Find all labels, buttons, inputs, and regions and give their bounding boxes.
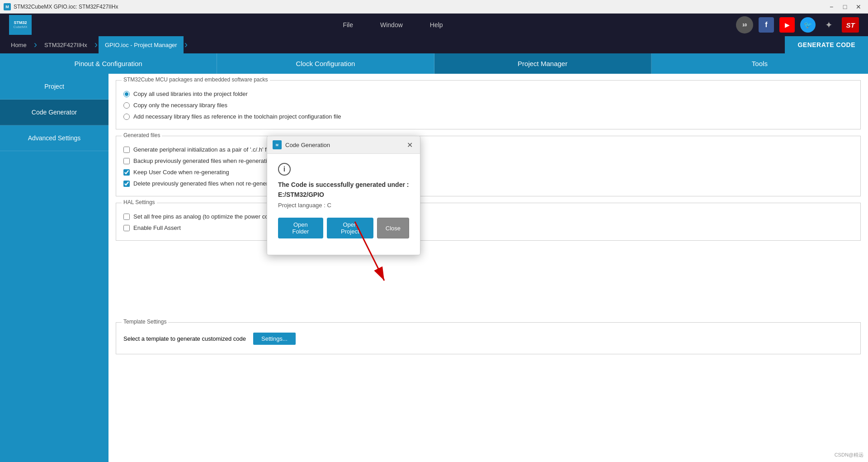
window-title: STM32CubeMX GPIO.ioc: STM32F427IIHx xyxy=(14,4,118,10)
maximize-button[interactable]: □ xyxy=(839,2,851,11)
modal-language: Project language : C xyxy=(278,202,409,209)
st-logo-icon[interactable]: ST xyxy=(842,17,859,33)
modal-footer: Open Folder Open Project Close xyxy=(278,216,409,246)
menu-bar: STM32 CubeMX File Window Help 10 f ▶ 🐦 ✦… xyxy=(0,14,868,36)
settings-button[interactable]: Settings... xyxy=(253,333,296,345)
breadcrumb-home[interactable]: Home xyxy=(5,36,33,53)
menu-file[interactable]: File xyxy=(329,14,367,36)
youtube-icon[interactable]: ▶ xyxy=(779,17,795,33)
checkbox-free-pins[interactable] xyxy=(123,214,130,220)
mcu-packages-title: STM32Cube MCU packages and embedded soft… xyxy=(122,76,270,83)
content-area: STM32Cube MCU packages and embedded soft… xyxy=(108,74,868,462)
hal-checkbox-item-1[interactable]: Set all free pins as analog (to optimize… xyxy=(123,213,853,220)
modal-logo: M xyxy=(273,140,282,149)
radio-item-2[interactable]: Copy only the necessary library files xyxy=(123,102,853,109)
radio-item-1[interactable]: Copy all used libraries into the project… xyxy=(123,90,853,97)
checkbox-delete-generated[interactable] xyxy=(123,181,130,187)
title-bar-controls: − □ ✕ xyxy=(826,2,864,11)
radio-copy-all[interactable] xyxy=(123,91,130,97)
template-settings-section: Template Settings Select a template to g… xyxy=(116,322,861,354)
checkbox-full-assert[interactable] xyxy=(123,225,130,231)
hal-checkbox-item-2[interactable]: Enable Full Assert xyxy=(123,224,853,231)
title-bar: M STM32CubeMX GPIO.ioc: STM32F427IIHx − … xyxy=(0,0,868,14)
template-row: Select a template to generate customized… xyxy=(123,333,853,345)
main-layout: Project Code Generator Advanced Settings… xyxy=(0,74,868,462)
breadcrumb-bar: Home › STM32F427IIHx › GPIO.ioc - Projec… xyxy=(0,36,868,53)
network-icon[interactable]: ✦ xyxy=(821,17,836,33)
sidebar-item-advanced-settings[interactable]: Advanced Settings xyxy=(0,125,108,151)
breadcrumb-sep-1: › xyxy=(34,39,37,51)
checkbox-peripheral[interactable] xyxy=(123,147,130,153)
close-button[interactable]: Close xyxy=(377,218,409,238)
title-bar-left: M STM32CubeMX GPIO.ioc: STM32F427IIHx xyxy=(4,3,118,10)
tab-pinout[interactable]: Pinout & Configuration xyxy=(0,53,217,74)
close-button[interactable]: ✕ xyxy=(853,2,864,11)
app-logo: STM32 CubeMX xyxy=(9,15,32,35)
menu-window[interactable]: Window xyxy=(367,14,416,36)
social-icons: 10 f ▶ 🐦 ✦ ST xyxy=(736,16,859,33)
hal-settings-section: HAL Settings Set all free pins as analog… xyxy=(116,203,861,241)
radio-label-1: Copy all used libraries into the project… xyxy=(133,90,248,97)
modal-message: The Code is successfully generated under… xyxy=(278,181,409,188)
generated-files-section: Generated files Generate peripheral init… xyxy=(116,136,861,196)
modal-path: E:/STM32/GPIO xyxy=(278,191,409,198)
radio-add-reference[interactable] xyxy=(123,114,130,120)
sidebar-item-project[interactable]: Project xyxy=(0,74,108,100)
generate-code-button[interactable]: GENERATE CODE xyxy=(785,36,868,53)
hal-settings-title: HAL Settings xyxy=(122,199,157,205)
code-generation-modal: M Code Generation ✕ i The Code is succes… xyxy=(267,136,420,255)
breadcrumb-sep-3: › xyxy=(184,39,188,51)
logo-area: STM32 CubeMX xyxy=(9,15,32,35)
checkbox-label-2: Backup previously generated files when r… xyxy=(133,157,270,164)
checkbox-label-3: Keep User Code when re-generating xyxy=(133,169,229,176)
radio-item-3[interactable]: Add necessary library files as reference… xyxy=(123,113,853,120)
breadcrumb-chip[interactable]: STM32F427IIHx xyxy=(38,36,94,53)
anniversary-icon: 10 xyxy=(736,16,753,33)
sidebar-item-code-generator[interactable]: Code Generator xyxy=(0,100,108,125)
minimize-button[interactable]: − xyxy=(826,2,837,11)
menu-help[interactable]: Help xyxy=(416,14,457,36)
generated-files-checkboxes: Generate peripheral initialization as a … xyxy=(123,146,853,187)
open-folder-button[interactable]: Open Folder xyxy=(278,218,323,238)
mcu-packages-section: STM32Cube MCU packages and embedded soft… xyxy=(116,80,861,129)
checkbox-item-3[interactable]: Keep User Code when re-generating xyxy=(123,169,853,176)
modal-close-button[interactable]: ✕ xyxy=(405,140,415,150)
checkbox-label-4: Delete previously generated files when n… xyxy=(133,180,271,187)
modal-header: M Code Generation ✕ xyxy=(267,136,420,154)
tab-project-manager[interactable]: Project Manager xyxy=(434,53,651,74)
checkbox-item-2[interactable]: Backup previously generated files when r… xyxy=(123,157,853,164)
breadcrumb-project[interactable]: GPIO.ioc - Project Manager xyxy=(99,36,184,53)
modal-title: Code Generation xyxy=(285,142,330,148)
checkbox-label-1: Generate peripheral initialization as a … xyxy=(133,146,268,153)
watermark: CSDN@精远 xyxy=(835,452,863,458)
radio-label-2: Copy only the necessary library files xyxy=(133,102,227,109)
breadcrumb-sep-2: › xyxy=(94,39,98,51)
info-icon: i xyxy=(278,163,291,176)
tab-clock[interactable]: Clock Configuration xyxy=(217,53,434,74)
radio-label-3: Add necessary library files as reference… xyxy=(133,113,341,120)
template-settings-title: Template Settings xyxy=(122,319,168,325)
checkbox-keep-user-code[interactable] xyxy=(123,169,130,176)
menu-items: File Window Help xyxy=(50,14,736,36)
tab-bar: Pinout & Configuration Clock Configurati… xyxy=(0,53,868,74)
sidebar: Project Code Generator Advanced Settings xyxy=(0,74,108,462)
app-icon: M xyxy=(4,3,11,10)
template-label: Select a template to generate customized… xyxy=(123,335,246,342)
checkbox-item-1[interactable]: Generate peripheral initialization as a … xyxy=(123,146,853,153)
modal-header-left: M Code Generation xyxy=(273,140,330,149)
open-project-button[interactable]: Open Project xyxy=(327,218,373,238)
checkbox-item-4[interactable]: Delete previously generated files when n… xyxy=(123,180,853,187)
hal-checkbox-label-2: Enable Full Assert xyxy=(133,224,181,231)
twitter-icon[interactable]: 🐦 xyxy=(800,17,816,33)
radio-copy-necessary[interactable] xyxy=(123,102,130,109)
checkbox-backup[interactable] xyxy=(123,158,130,164)
hal-settings-checkboxes: Set all free pins as analog (to optimize… xyxy=(123,213,853,231)
tab-tools[interactable]: Tools xyxy=(651,53,868,74)
generated-files-title: Generated files xyxy=(122,132,162,138)
facebook-icon[interactable]: f xyxy=(759,17,774,33)
modal-body: i The Code is successfully generated und… xyxy=(267,154,420,255)
mcu-packages-radio-group: Copy all used libraries into the project… xyxy=(123,90,853,120)
